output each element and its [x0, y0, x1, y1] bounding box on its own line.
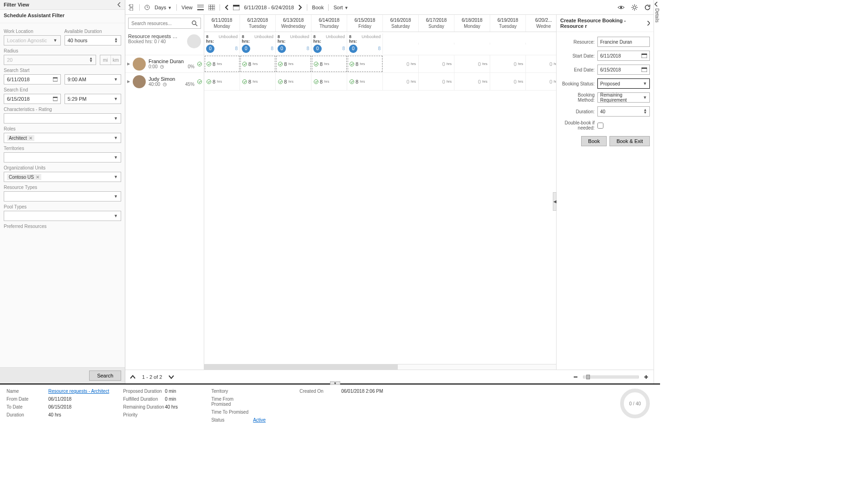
- search-start-label: Search Start: [4, 68, 121, 73]
- proposed-duration-value: 0 min: [165, 389, 176, 394]
- booking-method-select[interactable]: Remaining Requirement▼: [597, 92, 650, 103]
- duration-input[interactable]: 40▲▼: [597, 106, 650, 117]
- remove-role-icon[interactable]: ✕: [29, 136, 32, 141]
- eye-icon[interactable]: [617, 5, 625, 10]
- pool-types-select[interactable]: ▼: [4, 211, 121, 221]
- resource-search-input[interactable]: [131, 21, 187, 26]
- next-icon[interactable]: [298, 5, 302, 10]
- status-label: Status: [211, 417, 253, 422]
- radius-units[interactable]: mikm: [100, 55, 121, 65]
- zoom-slider[interactable]: [583, 376, 639, 378]
- search-end-time[interactable]: 5:29 PM▼: [65, 94, 122, 104]
- calendar-icon: [641, 53, 647, 58]
- resource-types-select[interactable]: ▼: [4, 191, 121, 202]
- double-book-checkbox[interactable]: [597, 123, 603, 129]
- grid-view-icon[interactable]: [208, 5, 215, 10]
- availability-cell[interactable]: 8hrs: [240, 73, 276, 90]
- availability-cell[interactable]: 0hrs: [454, 55, 490, 72]
- day-header: 6/16/2018Saturday: [383, 15, 419, 32]
- availability-cell[interactable]: 8hrs: [276, 73, 311, 90]
- resource-label: Resource:: [560, 39, 595, 45]
- book-button[interactable]: Book: [581, 136, 607, 146]
- search-start-date[interactable]: 6/11/2018: [4, 74, 61, 84]
- date-range[interactable]: 6/11/2018 - 6/24/2018: [244, 5, 294, 10]
- availability-cell[interactable]: 8hrs: [311, 55, 347, 72]
- svg-rect-4: [130, 4, 133, 7]
- schedule-assistant-filter-title: Schedule Assistant Filter: [0, 10, 125, 23]
- resource-row[interactable]: ▶ Judy Simon 40:0045%: [125, 72, 204, 90]
- expand-resource-icon[interactable]: ▶: [127, 62, 130, 66]
- availability-cell[interactable]: 8hrs: [204, 55, 240, 72]
- characteristics-select[interactable]: ▼: [4, 113, 121, 124]
- available-duration-input[interactable]: 40 hours▲▼: [65, 35, 122, 46]
- expand-rows-icon[interactable]: +-: [128, 4, 135, 11]
- end-date-input[interactable]: 6/15/2018: [597, 65, 650, 75]
- resource-search[interactable]: [128, 18, 201, 29]
- create-booking-title: Create Resource Booking - Resource r: [560, 18, 647, 29]
- collapse-left-icon[interactable]: [117, 2, 121, 7]
- zoom-in-icon[interactable]: [643, 374, 649, 380]
- list-view-icon[interactable]: [197, 5, 204, 10]
- calendar-icon[interactable]: [233, 5, 240, 10]
- availability-cell[interactable]: 0hrs: [383, 73, 419, 90]
- prev-icon[interactable]: [225, 5, 228, 10]
- availability-cell[interactable]: 0hrs: [526, 73, 556, 90]
- unbooked-cell: [383, 43, 419, 45]
- work-location-select[interactable]: Location Agnostic▼: [4, 35, 61, 46]
- chevron-right-icon[interactable]: [647, 21, 650, 26]
- unbooked-cell: 8 hrs: Unbooked08: [311, 33, 347, 54]
- availability-cell[interactable]: 8hrs: [347, 55, 383, 72]
- territories-select[interactable]: ▼: [4, 152, 121, 162]
- svg-rect-20: [641, 68, 647, 69]
- svg-rect-9: [208, 5, 215, 10]
- availability-cell[interactable]: 8hrs: [204, 73, 240, 90]
- end-date-label: End Date:: [560, 67, 595, 72]
- search-end-date[interactable]: 6/15/2018: [4, 94, 61, 104]
- fulfilled-duration-label: Fulfilled Duration: [123, 396, 165, 402]
- zoom-out-icon[interactable]: [573, 374, 578, 380]
- right-collapse-handle[interactable]: ◀: [553, 192, 557, 211]
- availability-cell[interactable]: 0hrs: [490, 55, 526, 72]
- availability-cell[interactable]: 0hrs: [526, 55, 556, 72]
- availability-cell[interactable]: 0hrs: [419, 73, 454, 90]
- sort-dropdown[interactable]: Sort ▼: [333, 5, 348, 10]
- search-icon[interactable]: [191, 20, 198, 26]
- availability-cell[interactable]: 0hrs: [383, 55, 419, 72]
- availability-cell[interactable]: 8hrs: [347, 73, 383, 90]
- remove-org-icon[interactable]: ✕: [36, 175, 39, 180]
- details-tab[interactable]: Details: [654, 0, 660, 384]
- availability-cell[interactable]: 8hrs: [311, 73, 347, 90]
- available-icon: [197, 79, 202, 84]
- book-exit-button[interactable]: Book & Exit: [609, 136, 650, 146]
- bottom-collapse-handle[interactable]: ▼: [330, 381, 340, 385]
- day-header: 6/14/2018Thursday: [311, 15, 347, 32]
- availability-cell[interactable]: 0hrs: [419, 55, 454, 72]
- radius-input[interactable]: 20▲▼: [4, 55, 96, 65]
- roles-select[interactable]: Architect✕▼: [4, 133, 121, 143]
- availability-cell[interactable]: 8hrs: [276, 55, 311, 72]
- name-label: Name: [6, 389, 48, 394]
- horizontal-scrollbar[interactable]: [204, 364, 556, 370]
- availability-cell[interactable]: 0hrs: [490, 73, 526, 90]
- availability-cell[interactable]: 8hrs: [240, 55, 276, 72]
- gear-icon[interactable]: [631, 4, 638, 11]
- progress-ring-icon: [187, 34, 201, 48]
- start-date-input[interactable]: 6/11/2018: [597, 51, 650, 61]
- search-start-time[interactable]: 9:00 AM▼: [65, 74, 122, 84]
- org-units-select[interactable]: Contoso US✕▼: [4, 172, 121, 182]
- from-date-label: From Date: [6, 396, 48, 402]
- search-button[interactable]: Search: [89, 370, 121, 381]
- resource-row[interactable]: ▶ Francine Duran 0:000%: [125, 55, 204, 72]
- refresh-icon[interactable]: [644, 4, 651, 11]
- requirement-link[interactable]: Resource requests - Architect: [48, 389, 109, 394]
- availability-cell[interactable]: 0hrs: [454, 73, 490, 90]
- status-link[interactable]: Active: [253, 417, 266, 422]
- resource-input[interactable]: Francine Duran: [597, 37, 650, 47]
- page-up-icon[interactable]: [130, 375, 136, 379]
- expand-resource-icon[interactable]: ▶: [127, 79, 130, 84]
- booking-status-select[interactable]: Proposed▼: [597, 78, 650, 89]
- days-dropdown[interactable]: Days ▼: [155, 5, 172, 10]
- book-action[interactable]: Book: [312, 5, 324, 10]
- svg-point-14: [192, 21, 196, 25]
- page-down-icon[interactable]: [168, 375, 174, 379]
